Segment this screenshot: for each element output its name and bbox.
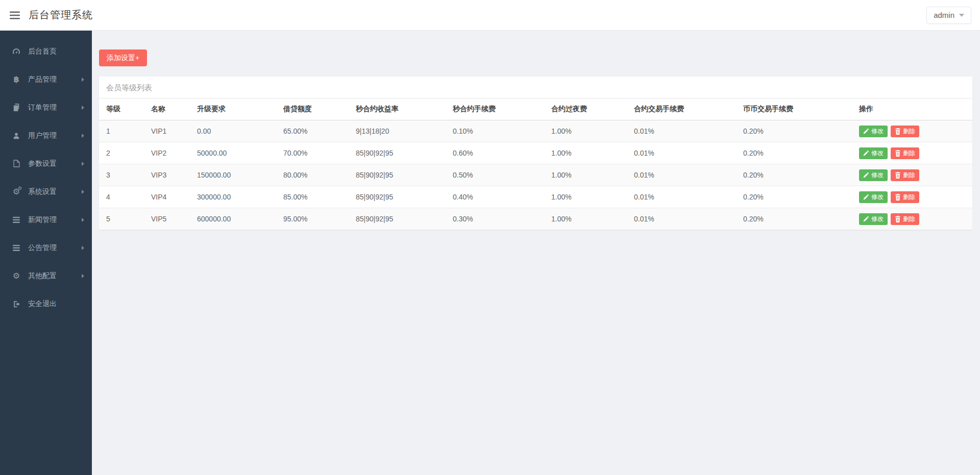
sidebar-item-other-config[interactable]: ⚙ 其他配置 bbox=[0, 262, 92, 290]
panel-title: 会员等级列表 bbox=[99, 77, 972, 98]
cell-name: VIP3 bbox=[144, 164, 190, 186]
cogs-icon: ⚙⚙ bbox=[11, 188, 22, 196]
pencil-icon bbox=[863, 172, 869, 178]
cell-loan: 85.00% bbox=[276, 186, 349, 208]
cell-coin-fee: 0.20% bbox=[736, 164, 852, 186]
cell-loan: 95.00% bbox=[276, 208, 349, 230]
cell-level: 1 bbox=[99, 120, 144, 142]
gear-icon: ⚙ bbox=[11, 272, 22, 280]
column-header-sec-fee: 秒合约手续费 bbox=[446, 98, 544, 120]
sidebar-item-dashboard[interactable]: 后台首页 bbox=[0, 37, 92, 65]
chevron-right-icon bbox=[82, 106, 84, 110]
cell-actions: 修改删除 bbox=[852, 164, 972, 186]
sidebar: 后台首页 ฿ 产品管理 订单管理 用户管理 参数设置 ⚙⚙ 系统设置 bbox=[0, 31, 92, 475]
cell-name: VIP5 bbox=[144, 208, 190, 230]
cell-level: 3 bbox=[99, 164, 144, 186]
delete-button[interactable]: 删除 bbox=[891, 126, 919, 138]
cell-name: VIP1 bbox=[144, 120, 190, 142]
trash-icon bbox=[895, 172, 901, 179]
cell-upgrade: 150000.00 bbox=[190, 164, 276, 186]
chevron-right-icon bbox=[82, 134, 84, 138]
list-icon bbox=[11, 245, 22, 251]
delete-button[interactable]: 删除 bbox=[891, 191, 919, 204]
cell-loan: 65.00% bbox=[276, 120, 349, 142]
cell-sec-fee: 0.40% bbox=[446, 186, 544, 208]
sidebar-item-news[interactable]: 新闻管理 bbox=[0, 206, 92, 234]
sidebar-item-label: 订单管理 bbox=[28, 103, 57, 112]
member-level-panel: 会员等级列表 等级 名称 升级要求 借贷额度 秒合约收益率 秒合约手续费 合约过… bbox=[99, 77, 972, 231]
cell-yield: 85|90|92|95 bbox=[349, 186, 446, 208]
cell-name: VIP4 bbox=[144, 186, 190, 208]
table-row: 2 VIP2 50000.00 70.00% 85|90|92|95 0.60%… bbox=[99, 142, 972, 164]
add-setting-button[interactable]: 添加设置+ bbox=[99, 49, 147, 66]
cell-yield: 9|13|18|20 bbox=[349, 120, 446, 142]
table-header-row: 等级 名称 升级要求 借贷额度 秒合约收益率 秒合约手续费 合约过夜费 合约交易… bbox=[99, 98, 972, 120]
column-header-coin-fee: 币币交易手续费 bbox=[736, 98, 852, 120]
main-content: 添加设置+ 会员等级列表 等级 名称 升级要求 借贷额度 秒合约收益率 秒合约手… bbox=[92, 31, 980, 475]
bitcoin-icon: ฿ bbox=[11, 76, 22, 84]
cell-trade-fee: 0.01% bbox=[627, 208, 736, 230]
cell-sec-fee: 0.30% bbox=[446, 208, 544, 230]
table-row: 1 VIP1 0.00 65.00% 9|13|18|20 0.10% 1.00… bbox=[99, 120, 972, 142]
pencil-icon bbox=[863, 150, 869, 156]
sidebar-item-logout[interactable]: 安全退出 bbox=[0, 290, 92, 318]
delete-button[interactable]: 删除 bbox=[891, 169, 919, 182]
app-header: 后台管理系统 admin bbox=[0, 0, 980, 31]
cell-trade-fee: 0.01% bbox=[627, 186, 736, 208]
trash-icon bbox=[895, 150, 901, 157]
signout-icon bbox=[11, 301, 22, 308]
cell-coin-fee: 0.20% bbox=[736, 186, 852, 208]
chevron-right-icon bbox=[82, 246, 84, 250]
cell-actions: 修改删除 bbox=[852, 142, 972, 164]
user-menu-label: admin bbox=[934, 11, 954, 19]
sidebar-item-label: 公告管理 bbox=[28, 243, 57, 253]
cell-trade-fee: 0.01% bbox=[627, 164, 736, 186]
cell-yield: 85|90|92|95 bbox=[349, 142, 446, 164]
cell-upgrade: 300000.00 bbox=[190, 186, 276, 208]
cell-level: 4 bbox=[99, 186, 144, 208]
hamburger-menu-icon[interactable] bbox=[9, 9, 21, 21]
cell-overnight: 1.00% bbox=[544, 164, 627, 186]
user-menu-button[interactable]: admin bbox=[926, 7, 971, 24]
edit-button[interactable]: 修改 bbox=[859, 147, 888, 160]
sidebar-item-announcements[interactable]: 公告管理 bbox=[0, 234, 92, 262]
cell-actions: 修改删除 bbox=[852, 208, 972, 230]
table-row: 3 VIP3 150000.00 80.00% 85|90|92|95 0.50… bbox=[99, 164, 972, 186]
sidebar-item-parameters[interactable]: 参数设置 bbox=[0, 149, 92, 178]
cell-actions: 修改删除 bbox=[852, 120, 972, 142]
sidebar-item-users[interactable]: 用户管理 bbox=[0, 121, 92, 149]
chevron-right-icon bbox=[82, 190, 84, 194]
chevron-right-icon bbox=[82, 78, 84, 82]
delete-button[interactable]: 删除 bbox=[891, 147, 919, 160]
member-level-table: 等级 名称 升级要求 借贷额度 秒合约收益率 秒合约手续费 合约过夜费 合约交易… bbox=[99, 98, 972, 231]
pencil-icon bbox=[863, 216, 869, 222]
edit-button[interactable]: 修改 bbox=[859, 191, 888, 204]
cell-actions: 修改删除 bbox=[852, 186, 972, 208]
sidebar-item-label: 系统设置 bbox=[28, 187, 57, 196]
chevron-right-icon bbox=[82, 162, 84, 166]
sidebar-item-label: 安全退出 bbox=[28, 299, 57, 309]
cell-sec-fee: 0.10% bbox=[446, 120, 544, 142]
sidebar-item-label: 其他配置 bbox=[28, 271, 57, 281]
cell-coin-fee: 0.20% bbox=[736, 120, 852, 142]
app-title: 后台管理系统 bbox=[29, 8, 93, 22]
trash-icon bbox=[895, 128, 901, 135]
sidebar-item-label: 参数设置 bbox=[28, 159, 57, 168]
cell-coin-fee: 0.20% bbox=[736, 142, 852, 164]
trash-icon bbox=[895, 216, 901, 222]
edit-button[interactable]: 修改 bbox=[859, 169, 888, 182]
chevron-right-icon bbox=[82, 274, 84, 278]
sidebar-item-products[interactable]: ฿ 产品管理 bbox=[0, 65, 92, 93]
sidebar-item-label: 产品管理 bbox=[28, 75, 57, 84]
column-header-upgrade: 升级要求 bbox=[190, 98, 276, 120]
cell-overnight: 1.00% bbox=[544, 186, 627, 208]
edit-button[interactable]: 修改 bbox=[859, 126, 888, 138]
dashboard-icon bbox=[11, 47, 22, 56]
sidebar-item-system-settings[interactable]: ⚙⚙ 系统设置 bbox=[0, 178, 92, 206]
edit-button[interactable]: 修改 bbox=[859, 213, 888, 226]
cell-overnight: 1.00% bbox=[544, 142, 627, 164]
sidebar-item-orders[interactable]: 订单管理 bbox=[0, 93, 92, 121]
pencil-icon bbox=[863, 194, 869, 200]
trash-icon bbox=[895, 194, 901, 201]
delete-button[interactable]: 删除 bbox=[891, 213, 919, 226]
